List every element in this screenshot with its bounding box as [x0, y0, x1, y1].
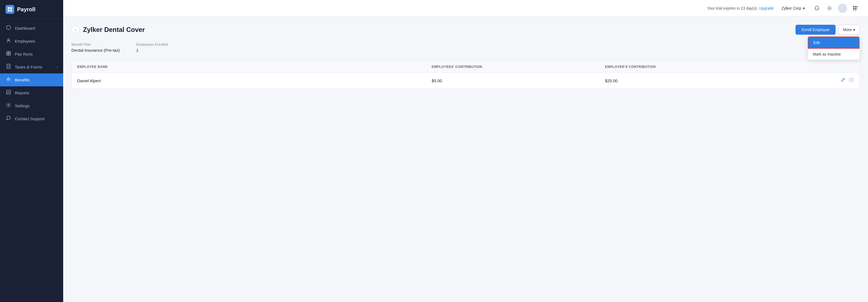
col-header-er-contrib: EMPLOYER'S CONTRIBUTION: [600, 61, 773, 73]
row-action-buttons: [778, 77, 854, 84]
org-selector[interactable]: Zylker Corp ▾: [779, 4, 808, 12]
svg-rect-19: [857, 8, 858, 8]
header-icons: [812, 4, 860, 13]
svg-rect-1: [10, 7, 12, 9]
employees-label: Employees: [15, 39, 35, 44]
more-dropdown-menu: Edit Mark as Inactive: [808, 36, 860, 60]
dashboard-icon: [5, 25, 11, 31]
page-title-row: ‹ Zylker Dental Cover: [71, 26, 145, 34]
employees-icon: [5, 38, 11, 44]
svg-rect-7: [9, 51, 10, 53]
reports-icon: [5, 90, 11, 96]
sidebar-item-contact-support[interactable]: Contact Support: [0, 112, 63, 125]
sidebar-item-taxes-forms[interactable]: Taxes & Forms ›: [0, 60, 63, 74]
sidebar-item-employees[interactable]: Employees: [0, 35, 63, 48]
pay-runs-label: Pay Runs: [15, 52, 33, 56]
app-logo: Payroll: [0, 0, 63, 19]
taxes-forms-arrow: ›: [57, 65, 58, 69]
svg-rect-16: [857, 6, 858, 7]
taxes-forms-icon: [5, 64, 11, 70]
svg-rect-8: [7, 54, 8, 55]
svg-rect-17: [853, 8, 855, 9]
avatar[interactable]: [838, 4, 847, 13]
settings-gear-icon[interactable]: [825, 4, 834, 12]
benefits-icon: [5, 77, 11, 83]
dashboard-label: Dashboard: [15, 26, 35, 30]
svg-rect-3: [10, 10, 12, 11]
er-contribution-cell: $25.00: [600, 73, 773, 88]
sidebar: Payroll Dashboard Employees: [0, 0, 63, 302]
more-label: More: [843, 28, 852, 32]
top-header: Your trial expires in 13 day(s). Upgrade…: [63, 0, 868, 17]
more-button[interactable]: More ▾: [838, 25, 860, 35]
edit-dropdown-item[interactable]: Edit: [808, 36, 860, 49]
svg-point-4: [7, 26, 11, 30]
benefit-plan-value: Dental Insurance (Pre-tax): [71, 48, 120, 53]
taxes-forms-label: Taxes & Forms: [15, 65, 42, 69]
pay-runs-icon: [5, 51, 11, 57]
mark-inactive-dropdown-item[interactable]: Mark as Inactive: [808, 49, 860, 60]
svg-rect-18: [855, 8, 857, 9]
row-actions-cell: [773, 73, 860, 88]
svg-rect-6: [7, 51, 8, 53]
emp-contribution-cell: $5.00: [426, 73, 600, 88]
sidebar-item-pay-runs[interactable]: Pay Runs: [0, 48, 63, 60]
app-title: Payroll: [17, 6, 35, 12]
logo-icon: [5, 5, 14, 14]
org-chevron-icon: ▾: [803, 6, 805, 10]
svg-rect-20: [853, 10, 855, 10]
sidebar-item-settings[interactable]: Settings: [0, 99, 63, 112]
remove-row-icon[interactable]: [849, 77, 854, 84]
svg-rect-0: [8, 7, 10, 9]
employees-table: EMPLOYEE NAME EMPLOYEES' CONTRIBUTION EM…: [72, 61, 860, 88]
col-header-name: EMPLOYEE NAME: [72, 61, 426, 73]
enrolled-label: Employees Enrolled: [136, 43, 168, 47]
edit-row-icon[interactable]: [840, 77, 845, 84]
page-title: Zylker Dental Cover: [83, 26, 145, 33]
svg-point-12: [8, 105, 9, 106]
benefits-label: Benefits: [15, 78, 30, 82]
settings-label: Settings: [15, 103, 30, 108]
more-chevron-icon: ▾: [853, 28, 855, 32]
page-content: ‹ Zylker Dental Cover Enroll Employee Mo…: [63, 17, 868, 302]
back-button[interactable]: ‹: [71, 26, 80, 34]
svg-point-13: [829, 7, 830, 9]
apps-grid-icon[interactable]: [851, 4, 860, 12]
employees-table-wrap: EMPLOYEE NAME EMPLOYEES' CONTRIBUTION EM…: [71, 61, 860, 88]
table-row: Daniel Alpert $5.00 $25.00: [72, 73, 860, 88]
contact-support-label: Contact Support: [15, 116, 44, 121]
svg-rect-21: [855, 10, 857, 10]
contact-support-icon: [5, 115, 11, 122]
page-header: ‹ Zylker Dental Cover Enroll Employee Mo…: [71, 25, 860, 35]
action-buttons: Enroll Employee More ▾ Edit Mark as Inac…: [796, 25, 860, 35]
sidebar-item-reports[interactable]: Reports: [0, 86, 63, 99]
svg-point-5: [8, 39, 9, 40]
col-header-actions: [773, 61, 860, 73]
table-body: Daniel Alpert $5.00 $25.00: [72, 73, 860, 88]
col-header-emp-contrib: EMPLOYEES' CONTRIBUTION: [426, 61, 600, 73]
main-area: Your trial expires in 13 day(s). Upgrade…: [63, 0, 868, 302]
benefit-info-section: Benefit Plan Dental Insurance (Pre-tax) …: [71, 43, 860, 53]
settings-icon: [5, 103, 11, 109]
sidebar-item-benefits[interactable]: Benefits: [0, 74, 63, 86]
employee-name-cell: Daniel Alpert: [72, 73, 426, 88]
reports-label: Reports: [15, 90, 29, 95]
sidebar-nav: Dashboard Employees Pay Runs: [0, 19, 63, 302]
sidebar-item-dashboard[interactable]: Dashboard: [0, 22, 63, 35]
svg-rect-14: [853, 6, 855, 7]
enroll-employee-button[interactable]: Enroll Employee: [796, 25, 836, 35]
trial-message: Your trial expires in 13 day(s). Upgrade: [707, 6, 774, 10]
benefit-plan-field: Benefit Plan Dental Insurance (Pre-tax): [71, 43, 120, 53]
benefit-plan-label: Benefit Plan: [71, 43, 120, 47]
table-header-row: EMPLOYEE NAME EMPLOYEES' CONTRIBUTION EM…: [72, 61, 860, 73]
enrolled-value: 1: [136, 48, 168, 53]
enrolled-field: Employees Enrolled 1: [136, 43, 168, 53]
svg-rect-2: [8, 10, 10, 11]
upgrade-link[interactable]: Upgrade: [759, 6, 774, 10]
notifications-icon[interactable]: [812, 4, 821, 12]
svg-rect-15: [855, 6, 857, 7]
svg-rect-9: [9, 54, 10, 55]
org-name: Zylker Corp: [781, 6, 801, 10]
